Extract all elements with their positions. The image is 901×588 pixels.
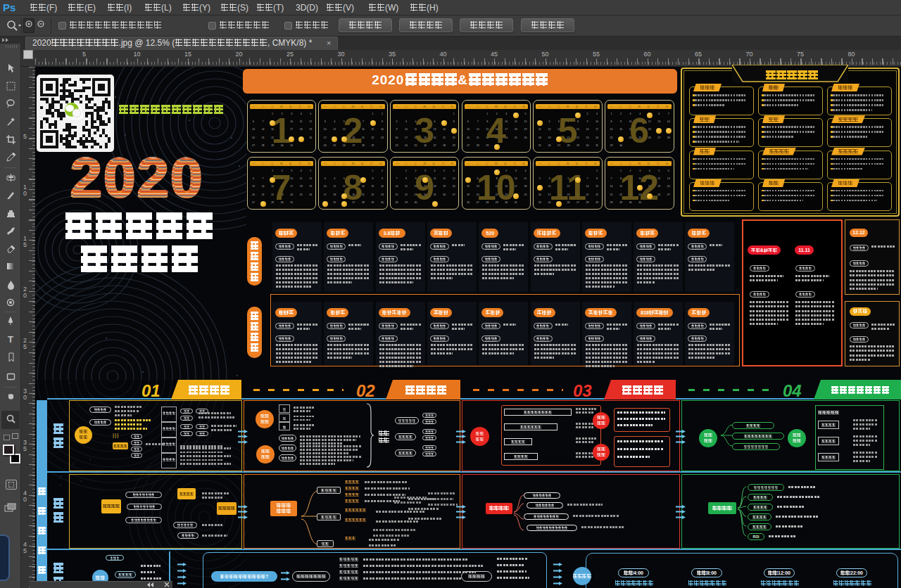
svg-text:T: T bbox=[8, 334, 13, 345]
